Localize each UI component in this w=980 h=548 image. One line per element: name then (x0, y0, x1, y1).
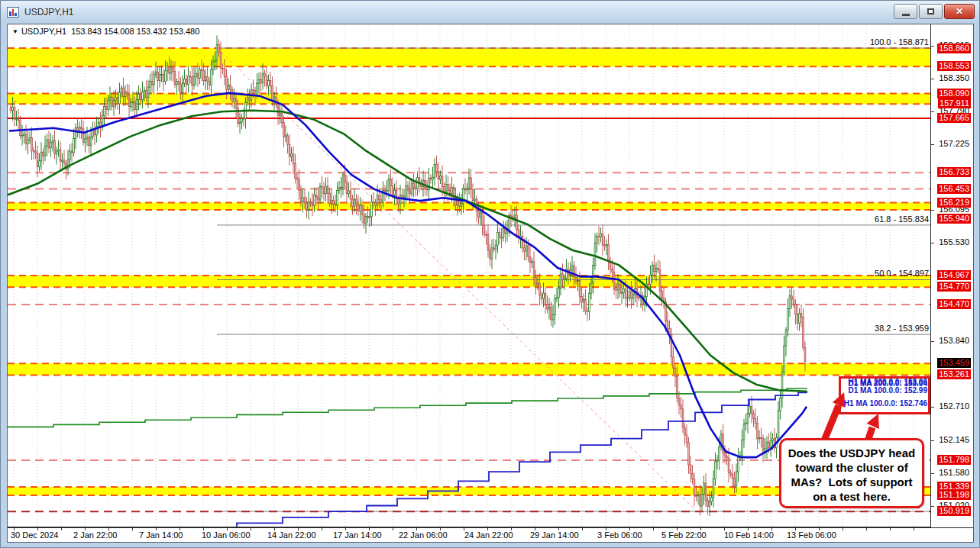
annotation-line: toward the cluster of (781, 460, 922, 475)
fib-level-label: 61.8 - 155.834 (875, 214, 929, 224)
time-tick-mark (322, 528, 322, 530)
price-tick-mark (931, 144, 934, 145)
annotation-line: MAs? Lots of support (781, 475, 922, 489)
price-level-label: 156.733 (937, 167, 971, 177)
price-tick-mark (931, 440, 934, 441)
time-label: 5 Feb 22:00 (661, 530, 707, 540)
time-label: 24 Jan 22:00 (464, 530, 513, 540)
price-level-label: 151.198 (937, 490, 971, 500)
dropdown-arrow-icon: ▼ (12, 28, 18, 35)
time-label: 3 Feb 06:00 (597, 530, 642, 540)
price-label: 151.580 (937, 468, 971, 478)
price-tick-mark (931, 407, 934, 408)
time-tick-mark (653, 528, 654, 530)
time-label: 14 Jan 22:00 (267, 530, 316, 540)
price-level-label: 150.919 (937, 506, 971, 516)
ohlc-values: USDJPY,H1 153.843 154.008 153.432 153.48… (21, 27, 199, 36)
price-tick-mark (931, 210, 934, 211)
price-level-label: 154.770 (937, 282, 971, 292)
chart-icon (7, 7, 19, 18)
price-tick-mark (931, 341, 934, 342)
price-label: 153.840 (937, 336, 971, 346)
price-level-label: 154.470 (937, 299, 971, 309)
time-tick-mark (251, 528, 251, 530)
time-label: 7 Jan 14:00 (139, 530, 183, 540)
price-level-label: 158.860 (937, 44, 971, 53)
fib-level-label: 100.0 - 158.871 (870, 37, 929, 47)
ohlc-info: ▼USDJPY,H1 153.843 154.008 153.432 153.4… (12, 27, 199, 36)
restore-icon (927, 8, 934, 15)
time-tick-mark (843, 528, 843, 530)
time-tick-mark (393, 528, 393, 530)
time-tick-mark (866, 528, 867, 530)
price-label: 152.710 (937, 401, 971, 411)
price-tick-mark (931, 111, 934, 112)
time-tick-mark (582, 528, 583, 530)
time-tick-mark (132, 528, 133, 530)
price-level-label: 154.967 (937, 270, 971, 280)
price-tick-mark (931, 46, 934, 47)
close-button[interactable]: ✕ (944, 4, 975, 19)
current-price-label: 153.459 (937, 358, 971, 368)
fib-level-label: 38.2 - 153.959 (875, 324, 929, 333)
time-axis[interactable]: 30 Dec 20242 Jan 22:007 Jan 14:0010 Jan … (8, 527, 973, 542)
price-tick-mark (931, 243, 934, 243)
time-label: 13 Feb 06:00 (787, 530, 836, 540)
price-level-label: 155.940 (937, 214, 971, 224)
minimize-icon (902, 14, 910, 16)
close-icon: ✕ (956, 6, 963, 17)
price-level-label: 157.911 (938, 98, 971, 108)
price-label: 152.145 (937, 435, 971, 445)
price-level-label: 158.553 (937, 61, 971, 71)
chart-client-area: ▼USDJPY,H1 153.843 154.008 153.432 153.4… (7, 24, 974, 543)
minimize-button[interactable] (894, 4, 917, 19)
restore-button[interactable] (919, 4, 943, 19)
annotation-line: on a test here. (781, 489, 922, 504)
time-label: 10 Feb 14:00 (724, 530, 774, 540)
price-label: 155.530 (937, 237, 971, 247)
price-tick-mark (931, 79, 934, 79)
ma-value-label: H1 MA 100.0.0: 152.746 (844, 399, 927, 408)
mt4-chart-window: USDJPY,H1 ✕ ▼USDJPY,H1 153.843 154.008 1… (0, 0, 980, 548)
price-tick-mark (931, 473, 934, 474)
annotation-line: Does the USDJPY head (781, 446, 922, 460)
time-tick-mark (914, 528, 914, 530)
price-axis[interactable]: 158.915158.350157.790157.225156.095155.5… (930, 24, 973, 527)
price-level-label: 151.798 (937, 455, 971, 465)
time-label: 2 Jan 22:00 (73, 530, 118, 540)
time-label: 29 Jan 14:00 (530, 530, 579, 540)
time-label: 22 Jan 06:00 (399, 530, 448, 540)
price-level-label: 156.453 (937, 184, 971, 194)
annotation-text-box[interactable]: Does the USDJPY head toward the cluster … (779, 438, 924, 508)
time-label: 10 Jan 06:00 (202, 530, 251, 540)
price-level-label: 157.665 (937, 113, 971, 123)
price-tick-mark (931, 506, 934, 507)
time-label: 17 Jan 14:00 (333, 530, 382, 540)
price-level-label: 156.219 (937, 198, 971, 208)
price-level-label: 158.090 (937, 89, 971, 98)
price-label: 157.225 (937, 139, 971, 149)
time-tick-mark (890, 528, 891, 530)
time-label: 30 Dec 2024 (11, 530, 58, 540)
price-label: 158.350 (937, 73, 971, 83)
window-title: USDJPY,H1 (24, 7, 73, 18)
fib-level-label: 50.0 - 154.897 (875, 269, 929, 278)
ma-value-label: D1 MA 100.0.0: 152.99 (848, 386, 927, 395)
price-level-label: 153.261 (937, 369, 971, 379)
time-tick-mark (61, 528, 62, 530)
window-titlebar[interactable]: USDJPY,H1 ✕ (1, 1, 979, 24)
